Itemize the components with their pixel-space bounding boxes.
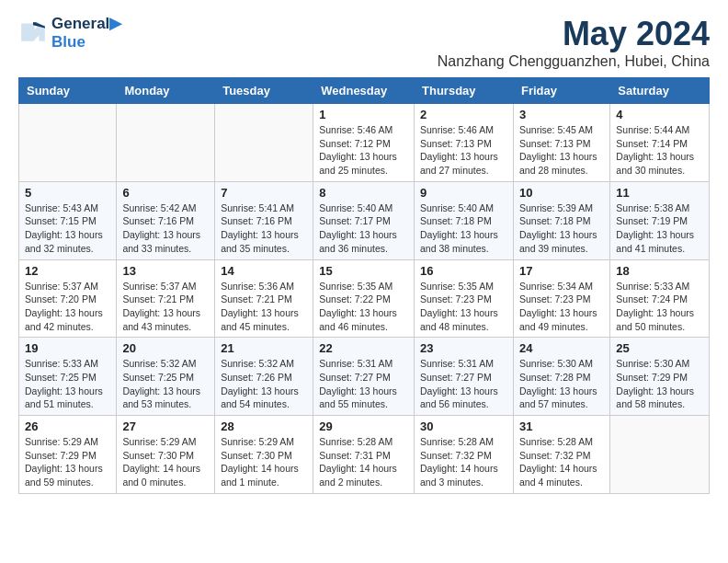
day-info: Sunrise: 5:32 AM Sunset: 7:26 PM Dayligh… xyxy=(221,357,307,411)
calendar-day-14: 14Sunrise: 5:36 AM Sunset: 7:21 PM Dayli… xyxy=(215,259,313,338)
calendar-empty-cell xyxy=(610,416,710,494)
day-info: Sunrise: 5:29 AM Sunset: 7:30 PM Dayligh… xyxy=(122,435,209,489)
calendar-day-15: 15Sunrise: 5:35 AM Sunset: 7:22 PM Dayli… xyxy=(313,259,415,338)
day-number: 23 xyxy=(420,341,507,355)
day-number: 10 xyxy=(519,186,604,200)
calendar-day-20: 20Sunrise: 5:32 AM Sunset: 7:25 PM Dayli… xyxy=(117,338,215,416)
calendar-day-21: 21Sunrise: 5:32 AM Sunset: 7:26 PM Dayli… xyxy=(215,338,313,416)
calendar-header-saturday: Saturday xyxy=(610,78,710,104)
calendar-day-18: 18Sunrise: 5:33 AM Sunset: 7:24 PM Dayli… xyxy=(610,259,710,338)
day-info: Sunrise: 5:42 AM Sunset: 7:16 PM Dayligh… xyxy=(122,201,209,256)
day-number: 21 xyxy=(221,341,307,355)
calendar-day-1: 1Sunrise: 5:46 AM Sunset: 7:12 PM Daylig… xyxy=(313,104,415,182)
page-header: General▶ Blue May 2024 Nanzhang Chenggua… xyxy=(18,15,710,70)
day-number: 28 xyxy=(221,419,307,433)
day-info: Sunrise: 5:37 AM Sunset: 7:21 PM Dayligh… xyxy=(122,280,209,334)
calendar-empty-cell xyxy=(117,104,215,182)
calendar-day-31: 31Sunrise: 5:28 AM Sunset: 7:32 PM Dayli… xyxy=(513,416,609,494)
calendar-day-19: 19Sunrise: 5:33 AM Sunset: 7:25 PM Dayli… xyxy=(19,338,117,416)
day-info: Sunrise: 5:34 AM Sunset: 7:23 PM Dayligh… xyxy=(519,280,604,334)
calendar-header-wednesday: Wednesday xyxy=(313,78,415,104)
calendar-table: SundayMondayTuesdayWednesdayThursdayFrid… xyxy=(18,77,710,494)
day-info: Sunrise: 5:35 AM Sunset: 7:23 PM Dayligh… xyxy=(420,280,507,334)
day-info: Sunrise: 5:36 AM Sunset: 7:21 PM Dayligh… xyxy=(221,280,307,334)
day-info: Sunrise: 5:31 AM Sunset: 7:27 PM Dayligh… xyxy=(420,357,507,411)
logo-icon xyxy=(18,20,48,46)
calendar-day-25: 25Sunrise: 5:30 AM Sunset: 7:29 PM Dayli… xyxy=(610,338,710,416)
day-number: 7 xyxy=(221,186,307,200)
calendar-empty-cell xyxy=(215,104,313,182)
day-info: Sunrise: 5:43 AM Sunset: 7:15 PM Dayligh… xyxy=(25,201,110,256)
day-number: 12 xyxy=(25,264,110,278)
day-info: Sunrise: 5:31 AM Sunset: 7:27 PM Dayligh… xyxy=(319,357,408,411)
day-info: Sunrise: 5:35 AM Sunset: 7:22 PM Dayligh… xyxy=(319,280,408,334)
calendar-day-27: 27Sunrise: 5:29 AM Sunset: 7:30 PM Dayli… xyxy=(117,416,215,494)
calendar-day-12: 12Sunrise: 5:37 AM Sunset: 7:20 PM Dayli… xyxy=(19,259,117,338)
day-number: 4 xyxy=(616,108,703,121)
calendar-week-row: 1Sunrise: 5:46 AM Sunset: 7:12 PM Daylig… xyxy=(19,104,710,182)
day-info: Sunrise: 5:37 AM Sunset: 7:20 PM Dayligh… xyxy=(25,280,110,334)
calendar-day-7: 7Sunrise: 5:41 AM Sunset: 7:16 PM Daylig… xyxy=(215,181,313,259)
title-section: May 2024 Nanzhang Chengguanzhen, Hubei, … xyxy=(438,15,710,70)
day-number: 22 xyxy=(319,341,408,355)
day-number: 25 xyxy=(616,341,703,355)
logo: General▶ Blue xyxy=(18,15,121,51)
calendar-day-26: 26Sunrise: 5:29 AM Sunset: 7:29 PM Dayli… xyxy=(19,416,117,494)
calendar-day-29: 29Sunrise: 5:28 AM Sunset: 7:31 PM Dayli… xyxy=(313,416,415,494)
calendar-day-28: 28Sunrise: 5:29 AM Sunset: 7:30 PM Dayli… xyxy=(215,416,313,494)
calendar-day-11: 11Sunrise: 5:38 AM Sunset: 7:19 PM Dayli… xyxy=(610,181,710,259)
day-info: Sunrise: 5:29 AM Sunset: 7:29 PM Dayligh… xyxy=(25,435,110,489)
calendar-day-23: 23Sunrise: 5:31 AM Sunset: 7:27 PM Dayli… xyxy=(415,338,514,416)
day-number: 31 xyxy=(519,419,604,433)
calendar-day-6: 6Sunrise: 5:42 AM Sunset: 7:16 PM Daylig… xyxy=(117,181,215,259)
calendar-day-3: 3Sunrise: 5:45 AM Sunset: 7:13 PM Daylig… xyxy=(513,104,609,182)
calendar-day-13: 13Sunrise: 5:37 AM Sunset: 7:21 PM Dayli… xyxy=(117,259,215,338)
day-info: Sunrise: 5:45 AM Sunset: 7:13 PM Dayligh… xyxy=(519,123,604,178)
day-number: 26 xyxy=(25,419,110,433)
calendar-header-tuesday: Tuesday xyxy=(215,78,313,104)
location-subtitle: Nanzhang Chengguanzhen, Hubei, China xyxy=(438,53,710,70)
calendar-day-17: 17Sunrise: 5:34 AM Sunset: 7:23 PM Dayli… xyxy=(513,259,609,338)
day-number: 16 xyxy=(420,264,507,278)
day-number: 18 xyxy=(616,264,703,278)
calendar-week-row: 19Sunrise: 5:33 AM Sunset: 7:25 PM Dayli… xyxy=(19,338,710,416)
day-info: Sunrise: 5:28 AM Sunset: 7:32 PM Dayligh… xyxy=(519,435,604,489)
day-info: Sunrise: 5:33 AM Sunset: 7:25 PM Dayligh… xyxy=(25,357,110,411)
day-number: 24 xyxy=(519,341,604,355)
calendar-day-22: 22Sunrise: 5:31 AM Sunset: 7:27 PM Dayli… xyxy=(313,338,415,416)
calendar-day-16: 16Sunrise: 5:35 AM Sunset: 7:23 PM Dayli… xyxy=(415,259,514,338)
calendar-week-row: 26Sunrise: 5:29 AM Sunset: 7:29 PM Dayli… xyxy=(19,416,710,494)
day-number: 19 xyxy=(25,341,110,355)
day-info: Sunrise: 5:30 AM Sunset: 7:29 PM Dayligh… xyxy=(616,357,703,411)
day-info: Sunrise: 5:30 AM Sunset: 7:28 PM Dayligh… xyxy=(519,357,604,411)
day-info: Sunrise: 5:33 AM Sunset: 7:24 PM Dayligh… xyxy=(616,280,703,334)
day-number: 5 xyxy=(25,186,110,200)
month-title: May 2024 xyxy=(438,15,710,53)
day-number: 6 xyxy=(122,186,209,200)
calendar-day-10: 10Sunrise: 5:39 AM Sunset: 7:18 PM Dayli… xyxy=(513,181,609,259)
day-info: Sunrise: 5:32 AM Sunset: 7:25 PM Dayligh… xyxy=(122,357,209,411)
calendar-header-thursday: Thursday xyxy=(415,78,514,104)
day-info: Sunrise: 5:29 AM Sunset: 7:30 PM Dayligh… xyxy=(221,435,307,489)
day-number: 27 xyxy=(122,419,209,433)
calendar-day-30: 30Sunrise: 5:28 AM Sunset: 7:32 PM Dayli… xyxy=(415,416,514,494)
calendar-day-5: 5Sunrise: 5:43 AM Sunset: 7:15 PM Daylig… xyxy=(19,181,117,259)
day-info: Sunrise: 5:40 AM Sunset: 7:17 PM Dayligh… xyxy=(319,201,408,256)
calendar-header-friday: Friday xyxy=(513,78,609,104)
day-number: 9 xyxy=(420,186,507,200)
day-number: 17 xyxy=(519,264,604,278)
calendar-day-4: 4Sunrise: 5:44 AM Sunset: 7:14 PM Daylig… xyxy=(610,104,710,182)
day-number: 20 xyxy=(122,341,209,355)
calendar-day-2: 2Sunrise: 5:46 AM Sunset: 7:13 PM Daylig… xyxy=(415,104,514,182)
day-number: 29 xyxy=(319,419,408,433)
day-number: 3 xyxy=(519,108,604,121)
calendar-day-24: 24Sunrise: 5:30 AM Sunset: 7:28 PM Dayli… xyxy=(513,338,609,416)
day-number: 15 xyxy=(319,264,408,278)
day-info: Sunrise: 5:40 AM Sunset: 7:18 PM Dayligh… xyxy=(420,201,507,256)
day-number: 2 xyxy=(420,108,507,121)
calendar-header-monday: Monday xyxy=(117,78,215,104)
calendar-header-sunday: Sunday xyxy=(19,78,117,104)
day-number: 1 xyxy=(319,108,408,121)
day-number: 30 xyxy=(420,419,507,433)
day-number: 8 xyxy=(319,186,408,200)
